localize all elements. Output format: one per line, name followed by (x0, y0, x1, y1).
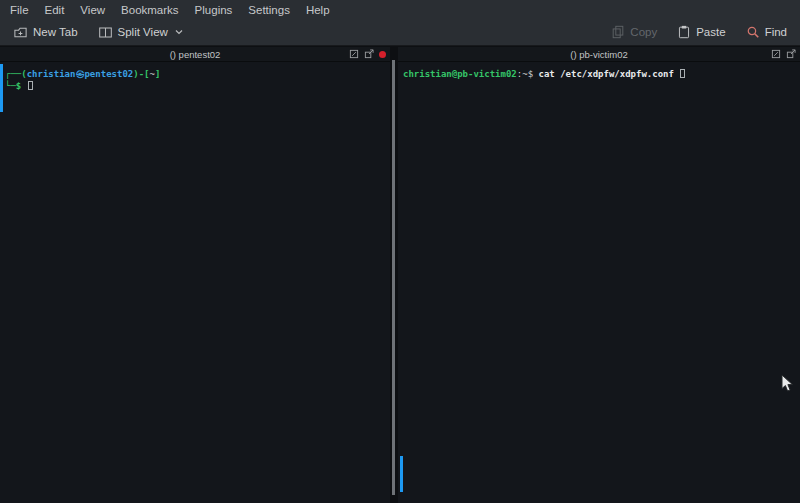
pane-divider[interactable] (390, 47, 398, 503)
prompt-user-host: christian㉿pentest02 (27, 69, 134, 79)
find-label: Find (765, 26, 787, 38)
toolbar-right-group: Copy Paste Find (606, 22, 792, 42)
maximize-split-icon[interactable] (349, 49, 359, 61)
typed-command: cat /etc/xdpfw/xdpfw.conf (538, 69, 673, 79)
terminal-right-prompt-line: christian@pb-victim02:~$ cat /etc/xdpfw/… (403, 68, 795, 80)
prompt-frame-mid: )-[ (133, 69, 149, 79)
scrollbar-handle-left-pane[interactable] (0, 64, 3, 112)
new-tab-button[interactable]: New Tab (8, 22, 83, 43)
copy-label: Copy (630, 26, 657, 38)
find-button[interactable]: Find (741, 22, 792, 42)
menu-edit[interactable]: Edit (37, 2, 73, 18)
toolbar-left-group: New Tab Split View (8, 22, 188, 43)
chevron-down-icon (175, 29, 183, 35)
paste-button[interactable]: Paste (672, 22, 730, 42)
new-tab-icon (13, 25, 28, 40)
pane-right-header[interactable]: () pb-victim02 (398, 47, 800, 62)
terminal-pane-right: () pb-victim02 (398, 47, 800, 503)
paste-label: Paste (696, 26, 725, 38)
terminal-right-cursor (680, 69, 685, 78)
menu-settings[interactable]: Settings (240, 2, 298, 18)
scrollbar-handle-right-pane[interactable] (400, 456, 403, 492)
terminal-left-prompt-line1: ┌──(christian㉿pentest02)-[~] (5, 68, 385, 80)
split-view-button[interactable]: Split View (93, 22, 188, 43)
prompt-path-suffix: :~$ (517, 69, 533, 79)
prompt-frame-bottom: └─$ (5, 81, 21, 91)
pane-left-header-icons (349, 47, 386, 62)
detach-split-icon[interactable] (364, 49, 374, 61)
toolbar: New Tab Split View (0, 19, 800, 46)
prompt-user-host: christian@pb-victim02 (403, 69, 517, 79)
pane-right-title: () pb-victim02 (570, 49, 628, 60)
copy-button[interactable]: Copy (606, 22, 662, 42)
split-container: () pentest02 (0, 47, 800, 503)
detach-split-icon[interactable] (786, 49, 796, 61)
terminal-right-screen[interactable]: christian@pb-victim02:~$ cat /etc/xdpfw/… (398, 62, 800, 503)
terminal-left-screen[interactable]: ┌──(christian㉿pentest02)-[~] └─$ (0, 62, 390, 503)
prompt-frame-open: ┌──( (5, 69, 27, 79)
menu-bar: File Edit View Bookmarks Plugins Setting… (0, 0, 800, 19)
paste-icon (677, 25, 691, 39)
terminal-left-cursor (28, 81, 33, 90)
terminal-left-prompt-line2: └─$ (5, 80, 385, 92)
maximize-split-icon[interactable] (771, 49, 781, 61)
copy-icon (611, 25, 625, 39)
scrollbar-track[interactable] (392, 60, 395, 495)
menu-help[interactable]: Help (298, 2, 338, 18)
find-icon (746, 25, 760, 39)
menu-file[interactable]: File (2, 2, 37, 18)
split-view-icon (98, 25, 113, 40)
new-tab-label: New Tab (33, 26, 78, 38)
prompt-frame-close: ] (155, 69, 160, 79)
split-view-label: Split View (118, 26, 168, 38)
menu-bookmarks[interactable]: Bookmarks (113, 2, 187, 18)
terminal-pane-left: () pentest02 (0, 47, 390, 503)
pane-left-header[interactable]: () pentest02 (0, 47, 390, 62)
menu-view[interactable]: View (72, 2, 113, 18)
pane-left-title: () pentest02 (170, 49, 221, 60)
menu-plugins[interactable]: Plugins (187, 2, 241, 18)
konsole-window: File Edit View Bookmarks Plugins Setting… (0, 0, 800, 503)
pane-right-header-icons (771, 47, 796, 62)
activity-indicator-dot[interactable] (379, 51, 386, 58)
